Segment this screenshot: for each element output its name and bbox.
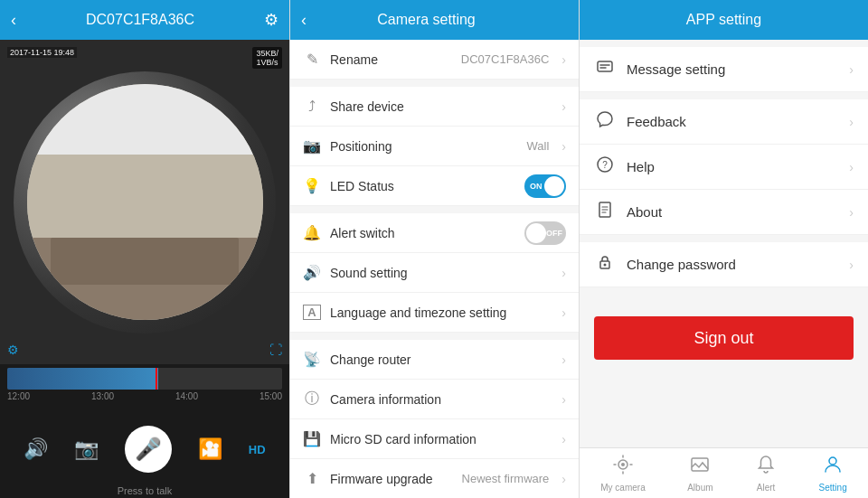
nav-album[interactable]: Album bbox=[687, 454, 712, 493]
app-sep2 bbox=[580, 235, 868, 242]
positioning-chevron: › bbox=[561, 139, 566, 154]
feedback-item[interactable]: Feedback › bbox=[580, 99, 868, 145]
svg-point-5 bbox=[604, 264, 607, 267]
rename-item[interactable]: ✎ Rename DC07C1F8A36C › bbox=[290, 40, 579, 80]
time-label-1: 13:00 bbox=[91, 391, 114, 401]
language-icon: A bbox=[303, 305, 321, 320]
about-item[interactable]: About › bbox=[580, 190, 868, 235]
bottom-controls: 🔊 📷 🎤 🎦 HD bbox=[0, 415, 289, 484]
nav-my-camera[interactable]: My camera bbox=[600, 454, 645, 493]
help-icon: ? bbox=[594, 155, 616, 178]
sign-out-area: Sign out bbox=[580, 305, 868, 371]
office-scene bbox=[27, 84, 263, 320]
rename-chevron: › bbox=[561, 52, 566, 67]
help-label: Help bbox=[627, 159, 838, 174]
feedback-icon bbox=[594, 110, 616, 133]
share-icon: ⤴ bbox=[303, 99, 321, 115]
camera-settings-panel: ‹ Camera setting ✎ Rename DC07C1F8A36C ›… bbox=[289, 0, 579, 498]
sound-setting-item[interactable]: 🔊 Sound setting › bbox=[290, 253, 579, 293]
view-controls-bar: ⚙ ⛶ bbox=[7, 343, 282, 357]
led-status-item[interactable]: 💡 LED Status ON bbox=[290, 166, 579, 206]
led-toggle[interactable]: ON bbox=[524, 174, 566, 198]
video-icon: 🎦 bbox=[198, 437, 222, 461]
camera-settings-back-icon[interactable]: ‹ bbox=[301, 11, 307, 30]
left-header: ‹ DC07C1F8A36C ⚙ bbox=[0, 0, 289, 40]
settings-icon[interactable]: ⚙ bbox=[264, 10, 278, 30]
help-item[interactable]: ? Help › bbox=[580, 145, 868, 190]
sd-icon: 💾 bbox=[303, 430, 321, 447]
msg-chevron: › bbox=[849, 62, 854, 77]
timeline-labels: 12:00 13:00 14:00 15:00 bbox=[7, 391, 282, 401]
toggle-on-text: ON bbox=[530, 182, 542, 191]
firmware-value: Newest firmware bbox=[462, 472, 550, 485]
timeline-cursor bbox=[156, 368, 157, 390]
mic-icon: 🎤 bbox=[135, 437, 162, 462]
alert-toggle-knob bbox=[526, 223, 546, 243]
positioning-icon: 📷 bbox=[303, 137, 321, 155]
toggle-off-text: OFF bbox=[546, 229, 562, 238]
camera-view: 35KB/1VB/s 2017-11-15 19:48 ⚙ ⛶ bbox=[0, 40, 289, 364]
sign-out-button[interactable]: Sign out bbox=[594, 316, 854, 360]
camera-icon: 📷 bbox=[74, 437, 99, 461]
firmware-icon: ⬆ bbox=[303, 470, 321, 487]
camera-info-label: Camera information bbox=[330, 392, 552, 407]
alert-icon: 🔔 bbox=[303, 224, 321, 241]
sd-card-label: Micro SD card information bbox=[330, 432, 552, 446]
bottom-nav: My camera Album Alert bbox=[580, 447, 868, 498]
message-icon bbox=[594, 58, 616, 80]
sd-card-item[interactable]: 💾 Micro SD card information › bbox=[290, 419, 579, 459]
press-to-talk-label: Press to talk bbox=[0, 484, 289, 498]
message-setting-item[interactable]: Message setting › bbox=[580, 47, 868, 92]
sd-chevron: › bbox=[561, 432, 566, 446]
router-chevron: › bbox=[561, 352, 566, 367]
back-icon[interactable]: ‹ bbox=[11, 11, 16, 30]
camera-settings-header: ‹ Camera setting bbox=[290, 0, 579, 40]
nav-my-camera-label: My camera bbox=[600, 483, 645, 493]
nav-alert[interactable]: Alert bbox=[755, 454, 777, 493]
sep2 bbox=[290, 206, 579, 213]
feedback-chevron: › bbox=[849, 115, 854, 129]
timeline-bar[interactable] bbox=[7, 368, 282, 390]
positioning-item[interactable]: 📷 Positioning Wall › bbox=[290, 127, 579, 166]
rename-icon: ✎ bbox=[303, 51, 321, 68]
share-chevron: › bbox=[561, 99, 566, 114]
sound-setting-label: Sound setting bbox=[330, 266, 552, 280]
password-icon bbox=[594, 253, 616, 276]
camera-info-item[interactable]: ⓘ Camera information › bbox=[290, 380, 579, 419]
alert-switch-item[interactable]: 🔔 Alert switch OFF bbox=[290, 213, 579, 253]
sep1 bbox=[290, 80, 579, 87]
alert-switch-label: Alert switch bbox=[330, 226, 515, 240]
fullscreen-icon[interactable]: ⛶ bbox=[269, 343, 282, 357]
camera-snap-button[interactable]: 📷 bbox=[74, 437, 99, 461]
my-camera-icon bbox=[612, 454, 634, 481]
positioning-label: Positioning bbox=[330, 139, 518, 154]
help-chevron: › bbox=[849, 160, 854, 174]
camera-id-title: DC07C1F8A36C bbox=[86, 12, 194, 28]
hd-button[interactable]: HD bbox=[249, 443, 266, 456]
mic-button[interactable]: 🎤 bbox=[125, 426, 172, 473]
language-label: Language and timezone setting bbox=[330, 305, 552, 320]
camera-settings-title: Camera setting bbox=[317, 12, 535, 28]
video-button[interactable]: 🎦 bbox=[198, 437, 222, 461]
speaker-button[interactable]: 🔊 bbox=[24, 437, 48, 461]
change-password-item[interactable]: Change password › bbox=[580, 242, 868, 287]
nav-setting[interactable]: Setting bbox=[819, 454, 847, 493]
language-item[interactable]: A Language and timezone setting › bbox=[290, 293, 579, 333]
firmware-item[interactable]: ⬆ Firmware upgrade Newest firmware › bbox=[290, 459, 579, 498]
svg-text:?: ? bbox=[602, 160, 608, 170]
led-label: LED Status bbox=[330, 179, 515, 193]
nav-album-label: Album bbox=[687, 483, 712, 493]
svg-rect-0 bbox=[598, 61, 612, 71]
led-icon: 💡 bbox=[303, 177, 321, 194]
change-router-item[interactable]: 📡 Change router › bbox=[290, 340, 579, 380]
nav-alert-label: Alert bbox=[757, 483, 776, 493]
camera-info-chevron: › bbox=[561, 392, 566, 407]
share-device-item[interactable]: ⤴ Share device › bbox=[290, 87, 579, 127]
hd-label: HD bbox=[249, 443, 266, 456]
svg-point-7 bbox=[621, 463, 625, 466]
alert-toggle[interactable]: OFF bbox=[524, 221, 566, 245]
change-password-label: Change password bbox=[627, 257, 838, 272]
settings-small-icon[interactable]: ⚙ bbox=[7, 343, 19, 357]
about-chevron: › bbox=[849, 205, 854, 220]
sep3 bbox=[290, 333, 579, 340]
